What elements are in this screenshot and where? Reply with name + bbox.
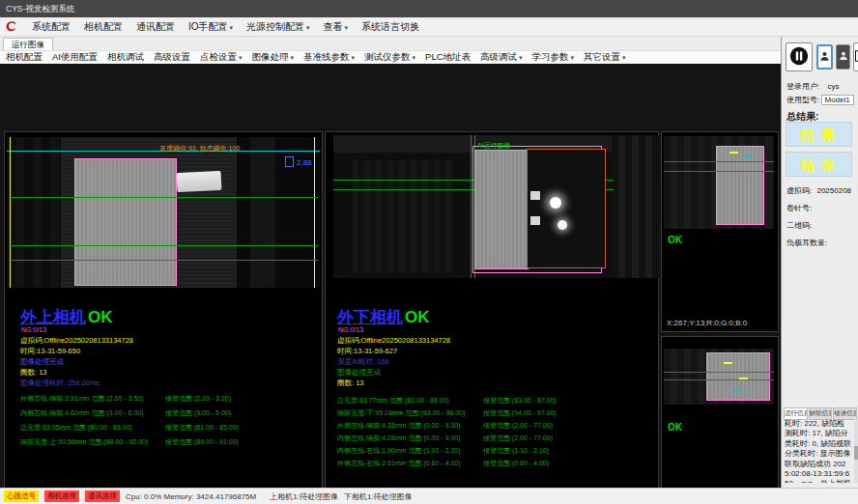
measurement-value: 总宽度:83.77mm 范围:(82.00 - 88.00) — [337, 396, 449, 406]
preview-status-label: OK — [668, 235, 682, 245]
tool-camera-debug[interactable]: 相机调试 — [107, 51, 144, 64]
measurement-value: 内侧左线-右线:1.90mm 范围:(1.00 - 2.20) — [337, 446, 461, 456]
virtual-code-label: 虚拟码:Offline20250208133134728 — [20, 336, 133, 346]
control-sidebar: 登录用户: cys 使用型号: Model1 总结果: 结 果 结 果 虚拟码:… — [781, 37, 858, 488]
overlay-line-green — [664, 372, 774, 373]
log-scrollbar[interactable] — [854, 419, 858, 483]
reflection-glow — [550, 197, 561, 209]
camera-image-preview-top[interactable] — [664, 136, 774, 229]
overlay-mark-cyan — [743, 155, 751, 157]
camera-panel-preview-bottom[interactable]: OK X:311;Y:980;R:0;G:0;B:0 — [661, 336, 779, 504]
product-region — [706, 352, 770, 401]
preview-status-label: OK — [668, 422, 682, 433]
main-view-area: 灰度阈值:93, 动态阈值:100 2.88 外上相机OK NG:0/13 虚拟… — [0, 64, 781, 488]
menu-item-light-control[interactable]: 光源控制配置 — [246, 20, 310, 34]
alarm-range: 报警范围:(2.00 - 77.00) — [483, 434, 553, 443]
virtual-code-label: 虚拟码: — [786, 186, 812, 195]
process-time-label: 图像处理耗时: 258.00ms — [20, 378, 100, 388]
overlay-mark-yellow — [739, 378, 748, 379]
tool-advanced-debug[interactable]: 高级调试 — [480, 51, 523, 64]
lower-camera-queue-status: 下相机1:待处理图像 — [344, 491, 413, 502]
tool-baseline-params[interactable]: 基准线参数 — [303, 51, 355, 64]
exit-button[interactable] — [853, 42, 858, 71]
camera-panel-preview-top[interactable]: OK X:267;Y:13;R:0;G:0;B:0 — [661, 131, 779, 332]
overlay-mark-cyan — [731, 389, 739, 391]
overlay-mark-yellow — [724, 362, 732, 364]
user-icon — [819, 49, 830, 63]
machinery-texture — [612, 135, 659, 278]
camera-image-outer-lower[interactable]: AI运行图像 — [333, 135, 659, 278]
time-label: 时间:13-31-59-650 — [20, 347, 80, 356]
process-status-label: 图像处理完成 — [337, 368, 381, 378]
tool-advanced-settings[interactable]: 高级设置 — [154, 51, 190, 64]
alarm-range: 报警范围:(0.60 - 4.00) — [483, 459, 549, 468]
log-scrollbar-thumb[interactable] — [854, 446, 858, 460]
tool-spot-check-settings[interactable]: 点检设置 — [200, 51, 243, 64]
measurement-value: 外侧芯线-隔膜:2.91mm 范围:(2.00 - 3.50) — [20, 394, 144, 404]
overlay-line-green-vertical — [471, 135, 472, 278]
measurement-value: 外侧左线-隔膜:4.38mm 范围:(0.00 - 9.00) — [337, 421, 461, 431]
reflection-glow — [558, 220, 567, 230]
toolbar: 相机配置 AI使用配置 相机调试 高级设置 点检设置 图像处理 基准线参数 测试… — [0, 50, 781, 64]
tool-camera-config[interactable]: 相机配置 — [6, 51, 43, 64]
overlay-line-green — [9, 197, 318, 198]
comm-connection-badge: 通讯连接 — [85, 490, 120, 502]
model-row: 使用型号: Model1 — [786, 95, 854, 105]
needle-number-label: 卷针号: — [786, 203, 812, 213]
alarm-range: 报警范围:(81.00 - 85.00) — [165, 423, 239, 433]
measurement-block: 外侧芯线-隔膜:2.91mm 范围:(2.00 - 3.50)报警范围:(2.2… — [5, 391, 324, 459]
tab-run-image[interactable]: 运行图像 — [3, 38, 53, 50]
user-switch-button[interactable] — [836, 44, 850, 70]
menu-item-language-switch[interactable]: 系统语言切换 — [361, 20, 419, 34]
camera-panel-outer-upper[interactable]: 灰度阈值:93, 动态阈值:100 2.88 外上相机OK NG:0/13 虚拟… — [4, 131, 323, 504]
measurement-block: 总宽度:83.77mm 范围:(82.00 - 88.00)报警范围:(83.0… — [326, 393, 660, 480]
alarm-range: 报警范围:(2.20 - 3.20) — [165, 394, 231, 404]
overlay-line-green — [9, 245, 318, 246]
tab-strip: 运行图像 — [0, 37, 781, 50]
exit-door-icon — [854, 49, 858, 63]
tool-learning-params[interactable]: 学习参数 — [532, 51, 575, 64]
menu-item-comm-config[interactable]: 通讯配置 — [136, 20, 175, 34]
connector-part — [177, 171, 222, 192]
result-display-lower: 结 果 — [786, 152, 852, 177]
loop-count-label: 圈数: 13 — [20, 368, 47, 378]
machinery-texture — [7, 137, 61, 288]
login-user-label: 登录用户: — [786, 82, 819, 91]
tab-highlight — [530, 216, 540, 225]
app-logo-icon — [4, 19, 18, 34]
result-ok-label: OK — [405, 308, 430, 326]
heartbeat-status-badge: 心跳信号 — [4, 490, 39, 502]
overlay-line-green — [664, 161, 774, 162]
menu-item-view[interactable]: 查看 — [324, 20, 349, 34]
tab-highlight — [530, 191, 540, 200]
login-user-value: cys — [827, 82, 839, 91]
alarm-range: 报警范围:(94.00 - 97.00) — [483, 408, 557, 418]
camera-image-preview-bottom[interactable] — [664, 349, 774, 405]
tool-tester-params[interactable]: 测试仪参数 — [364, 51, 415, 64]
user-login-button[interactable] — [816, 44, 833, 70]
camera-panel-outer-lower[interactable]: AI运行图像 外下相机OK NG:0/13 虚拟码:Offline2025020… — [325, 131, 659, 504]
camera-image-outer-upper[interactable]: 灰度阈值:93, 动态阈值:100 2.88 — [7, 137, 320, 288]
sidebar-button-row — [785, 42, 858, 73]
result-ok-label: OK — [88, 308, 113, 326]
virtual-code-row: 虚拟码: 20250208 — [786, 185, 851, 196]
menu-item-io-config[interactable]: IO手配置 — [188, 20, 233, 34]
measurement-value: 内侧左线-隔膜:4.28mm 范围:(0.00 - 9.00) — [337, 434, 461, 443]
loop-count-label: 圈数: 13 — [337, 378, 364, 388]
tool-other-settings[interactable]: 其它设置 — [584, 51, 626, 64]
process-status-label: 图像处理完成 — [20, 357, 64, 367]
pause-button[interactable] — [786, 42, 813, 71]
time-label: 时间:13-31-59-627 — [337, 347, 397, 356]
overlay-line-green — [9, 260, 318, 261]
window-titlebar: CYS-视觉检测系统 — [0, 0, 858, 17]
tool-ai-usage-config[interactable]: AI使用配置 — [52, 51, 98, 64]
tool-plc-address-table[interactable]: PLC地址表 — [425, 51, 471, 64]
status-bar: 心跳信号 相机连接 通讯连接 Cpu: 0.0% Memory: 3424.41… — [0, 488, 858, 504]
tool-image-processing[interactable]: 图像处理 — [252, 51, 295, 64]
menu-bar: 系统配置 相机配置 通讯配置 IO手配置 光源控制配置 查看 系统语言切换 — [0, 17, 858, 37]
camera-name-label: 外上相机 — [20, 308, 86, 326]
model-select[interactable]: Model1 — [821, 95, 854, 105]
menu-item-system-config[interactable]: 系统配置 — [32, 20, 71, 34]
product-region — [74, 158, 177, 286]
menu-item-camera-config[interactable]: 相机配置 — [84, 20, 123, 34]
